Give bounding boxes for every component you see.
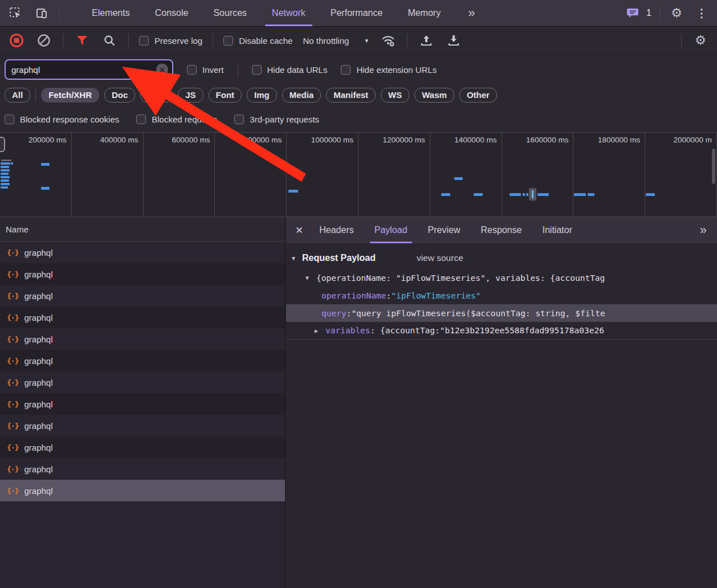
chip-fetchxhr[interactable]: Fetch/XHR	[41, 88, 99, 103]
table-row[interactable]: {·}graphql	[0, 263, 285, 285]
tab-memory[interactable]: Memory	[395, 0, 453, 26]
tab-payload[interactable]: Payload	[364, 217, 418, 243]
blocked-requests-toggle[interactable]: Blocked requests	[136, 115, 217, 124]
table-row[interactable]: {·}graphql	[0, 436, 285, 458]
table-row[interactable]: {·}graphql	[0, 480, 285, 501]
table-row[interactable]: {·}graphql	[0, 242, 285, 263]
preserve-log-label: Preserve log	[154, 36, 202, 46]
settings-gear-icon[interactable]: ⚙	[668, 5, 685, 22]
timeline-bar	[532, 190, 533, 198]
tab-network[interactable]: Network	[259, 0, 318, 26]
table-row[interactable]: {·}graphql	[0, 350, 285, 371]
clear-filter-icon[interactable]: ✕	[156, 64, 168, 76]
inspect-element-icon[interactable]	[7, 5, 24, 22]
invert-toggle[interactable]: Invert	[187, 65, 224, 75]
payload-text: "b12e3b2192ee5588fdad995178a03e26	[440, 326, 604, 335]
detail-tabs: ✕ HeadersPayloadPreviewResponseInitiator…	[286, 217, 717, 243]
table-row[interactable]: {·}graphql	[0, 415, 285, 436]
invert-checkbox[interactable]	[187, 65, 197, 75]
search-icon[interactable]	[101, 32, 118, 49]
xhr-json-icon: {·}	[7, 357, 18, 365]
chip-css[interactable]: CSS	[140, 88, 173, 103]
chip-all[interactable]: All	[5, 88, 30, 103]
tab-preview[interactable]: Preview	[418, 217, 471, 243]
timeline-tick-label: 2000000 m	[673, 136, 712, 144]
expanded-triangle-icon[interactable]: ▼	[305, 275, 312, 281]
name-column-header[interactable]: Name	[0, 217, 285, 242]
checkbox[interactable]	[5, 115, 14, 124]
disable-cache-checkbox[interactable]	[223, 36, 233, 46]
chip-img[interactable]: Img	[247, 88, 277, 103]
chip-manifest[interactable]: Manifest	[326, 88, 376, 103]
chip-ws[interactable]: WS	[381, 88, 409, 103]
chip-font[interactable]: Font	[209, 88, 242, 103]
-rd-party-requests-toggle[interactable]: 3rd-party requests	[234, 115, 319, 124]
payload-line[interactable]: ▶variables: {accountTag: "b12e3b2192ee55…	[286, 322, 717, 340]
hide-data-urls-checkbox[interactable]	[252, 65, 262, 75]
table-row[interactable]: {·}graphql	[0, 371, 285, 393]
payload-text: "query ipFlowTimeseries($accountTag: str…	[351, 309, 605, 318]
payload-line[interactable]: operationName: "ipFlowTimeseries"	[286, 287, 717, 304]
clear-network-log-icon[interactable]	[35, 32, 52, 49]
import-har-icon[interactable]	[418, 32, 435, 49]
hide-extension-urls-checkbox[interactable]	[341, 65, 351, 75]
request-rows: {·}graphql{·}graphql{·}graphql{·}graphql…	[0, 242, 285, 501]
table-row[interactable]: {·}graphql	[0, 285, 285, 307]
tab-elements[interactable]: Elements	[79, 0, 142, 26]
network-overview-timeline[interactable]: 200000 ms400000 ms600000 ms800000 ms1000…	[0, 133, 717, 217]
checkbox[interactable]	[136, 115, 146, 124]
request-bar	[510, 193, 521, 196]
tab-sources[interactable]: Sources	[201, 0, 259, 26]
table-row[interactable]: {·}graphql	[0, 307, 285, 328]
chip-js[interactable]: JS	[178, 88, 203, 103]
more-detail-tabs-icon[interactable]: »	[700, 223, 709, 238]
throttling-select[interactable]: No throttling ▼	[303, 36, 369, 46]
timeline-tick-label: 1000000 ms	[311, 136, 353, 144]
checkbox[interactable]	[234, 115, 244, 124]
blocked-response-cookies-toggle[interactable]: Blocked response cookies	[5, 115, 119, 124]
timeline-column: 1200000 ms	[358, 133, 430, 217]
tab-console[interactable]: Console	[142, 0, 201, 26]
record-network-log-icon[interactable]	[8, 32, 25, 49]
xhr-json-icon: {·}	[7, 487, 18, 495]
payload-line[interactable]: query: "query ipFlowTimeseries($accountT…	[286, 304, 717, 322]
hide-extension-urls-toggle[interactable]: Hide extension URLs	[341, 65, 437, 75]
hide-data-urls-toggle[interactable]: Hide data URLs	[252, 65, 328, 75]
issues-message-icon[interactable]	[625, 5, 642, 22]
timeline-tick-label: 800000 ms	[243, 136, 282, 144]
collapse-triangle-icon[interactable]: ▼	[291, 255, 298, 262]
timeline-column: 400000 ms	[72, 133, 144, 217]
chip-media[interactable]: Media	[282, 88, 321, 103]
preserve-log-toggle[interactable]: Preserve log	[139, 36, 202, 46]
view-source-link[interactable]: view source	[417, 253, 463, 263]
chip-wasm[interactable]: Wasm	[414, 88, 454, 103]
filter-funnel-icon[interactable]	[74, 32, 91, 49]
table-row[interactable]: {·}graphql	[0, 393, 285, 415]
disable-cache-toggle[interactable]: Disable cache	[223, 36, 292, 46]
filter-row: graphql ✕ Invert Hide data URLs Hide ext…	[0, 55, 717, 84]
chip-doc[interactable]: Doc	[104, 88, 135, 103]
table-row[interactable]: {·}graphql	[0, 458, 285, 480]
tab-headers[interactable]: Headers	[309, 217, 364, 243]
export-har-icon[interactable]	[445, 32, 462, 49]
request-payload-title: Request Payload	[302, 253, 376, 263]
collapsed-triangle-icon[interactable]: ▶	[315, 328, 321, 334]
more-panels-icon[interactable]: »	[462, 6, 480, 21]
tab-response[interactable]: Response	[470, 217, 532, 243]
filter-input[interactable]: graphql ✕	[5, 59, 173, 80]
network-conditions-icon[interactable]	[380, 32, 397, 49]
timeline-column: 2000000 m	[645, 133, 717, 217]
chip-other[interactable]: Other	[459, 88, 497, 103]
request-name: graphql	[24, 313, 52, 322]
table-row[interactable]: {·}graphql	[0, 328, 285, 350]
device-toolbar-icon[interactable]	[33, 5, 50, 22]
preserve-log-checkbox[interactable]	[139, 36, 149, 46]
kebab-menu-icon[interactable]: ⋮	[693, 5, 710, 22]
tab-initiator[interactable]: Initiator	[532, 217, 582, 243]
request-name: graphql	[24, 248, 52, 258]
tab-performance[interactable]: Performance	[318, 0, 396, 26]
network-settings-gear-icon[interactable]: ⚙	[692, 32, 709, 49]
payload-line[interactable]: ▼{operationName: "ipFlowTimeseries", var…	[286, 269, 717, 287]
close-detail-icon[interactable]: ✕	[294, 224, 309, 236]
request-bar	[1, 183, 10, 185]
